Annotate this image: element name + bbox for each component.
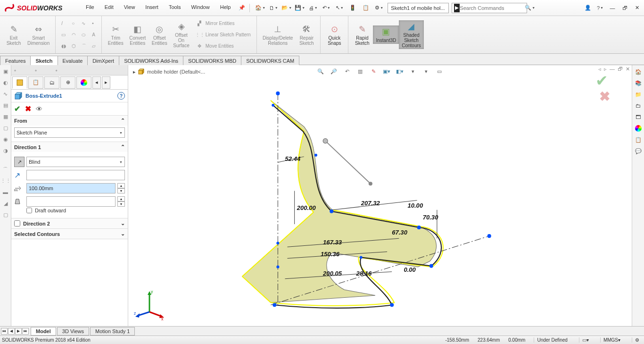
trim-entities-button[interactable]: ✂Trim Entities xyxy=(105,23,126,47)
menu-edit[interactable]: Edit xyxy=(100,2,118,14)
pm-draft-input[interactable] xyxy=(26,196,116,207)
mirror-entities-button[interactable]: ▞Mirror Entities xyxy=(194,18,252,29)
offset-entities-button[interactable]: ◎Offset Entities xyxy=(149,23,170,47)
fillet-tool-icon[interactable]: ⌒ xyxy=(81,41,87,51)
btab-last-icon[interactable]: ⏭ xyxy=(22,328,29,335)
tab-features[interactable]: Features xyxy=(0,56,31,65)
graphics-area[interactable]: 🔍 🔎 ↶ ▥ ✎ ▣▾ ◧▾ ▾ ▾ ▭ ◃ ▹ — 🗗 ✕ ▸ mobile… xyxy=(128,65,632,326)
dim-10-00[interactable]: 10.00 xyxy=(407,202,423,209)
line-tool-icon[interactable]: / xyxy=(60,18,67,29)
pin-menu-icon[interactable]: 📌 xyxy=(236,2,248,14)
btab-next-icon[interactable]: ▶ xyxy=(15,328,22,335)
rail-pattern-icon[interactable]: ⋮⋮ xyxy=(1,176,10,185)
fm-tab-next[interactable]: ▸ xyxy=(102,76,110,89)
dim-0-00[interactable]: 0.00 xyxy=(404,266,416,273)
view-triad[interactable]: y x z xyxy=(133,288,166,321)
draft-outward-checkbox[interactable] xyxy=(26,208,32,213)
pm-end-condition-select[interactable]: Blind ▼ xyxy=(26,157,125,167)
pm-cancel-button[interactable]: ✖ xyxy=(25,104,31,113)
pm-draft-spinner[interactable]: ▲▼ xyxy=(117,196,125,207)
dim-28-16[interactable]: 28.16 xyxy=(356,270,372,277)
close-button[interactable]: ✕ xyxy=(633,4,641,12)
btab-motion-study[interactable]: Motion Study 1 xyxy=(90,327,135,336)
tab-cam[interactable]: SOLIDWORKS CAM xyxy=(241,56,299,65)
tab-sketch[interactable]: Sketch xyxy=(30,56,58,65)
pm-dir1-header[interactable]: Direction 1 ⌃ xyxy=(11,142,128,152)
exit-sketch-button[interactable]: ✎ Exit Sketch xyxy=(3,23,25,47)
fm-pin-icon[interactable]: ◦ xyxy=(14,67,16,73)
dir2-checkbox[interactable] xyxy=(14,220,20,227)
dim-52-44[interactable]: 52.44 xyxy=(278,155,304,162)
status-gear-icon[interactable]: ⚙ xyxy=(632,337,642,343)
rail-cut-extrude-icon[interactable]: ▢ xyxy=(1,124,10,132)
menu-file[interactable]: File xyxy=(81,2,99,14)
search-commands-box[interactable]: 🔍 ▼ xyxy=(452,3,527,13)
tab-addins[interactable]: SOLIDWORKS Add-Ins xyxy=(119,56,183,65)
select-icon[interactable]: ↖▼ xyxy=(334,2,345,14)
arc-tool-icon[interactable]: ◠ xyxy=(71,30,77,40)
linear-pattern-button[interactable]: ⋮⋮Linear Sketch Pattern xyxy=(194,30,252,40)
taskpane-file-explorer-icon[interactable]: 🗀 xyxy=(634,101,643,110)
instant3d-button[interactable]: ▣Instant3D xyxy=(373,25,399,44)
rail-cut-revolve-icon[interactable]: ◑ xyxy=(1,146,10,155)
taskpane-design-library-icon[interactable]: 📁 xyxy=(634,90,643,99)
options-icon[interactable]: ⚙▼ xyxy=(373,2,385,14)
fm-tab-configuration-manager[interactable]: 🗂 xyxy=(44,76,59,89)
btab-prev-icon[interactable]: ◀ xyxy=(8,328,15,335)
save-icon[interactable]: 💾▼ xyxy=(294,2,305,14)
btab-first-icon[interactable]: ⏮ xyxy=(1,328,8,335)
tab-mbd[interactable]: SOLIDWORKS MBD xyxy=(183,56,241,65)
circle-tool-icon[interactable]: ○ xyxy=(71,18,77,29)
fm-split-icon[interactable]: ◦ xyxy=(35,67,37,73)
pm-dir2-header[interactable]: Direction 2 ⌄ xyxy=(11,218,128,228)
repair-sketch-button[interactable]: 🛠Repair Sketch xyxy=(296,23,317,47)
smart-dimension-button[interactable]: ⇔ Smart Dimension xyxy=(25,23,52,47)
menu-view[interactable]: View xyxy=(119,2,140,14)
rapid-sketch-button[interactable]: ✎Rapid Sketch xyxy=(351,23,373,47)
rail-boundary-icon[interactable]: ▦ xyxy=(1,112,10,121)
fm-tab-display-manager[interactable] xyxy=(76,76,91,89)
menu-help[interactable]: Help xyxy=(215,2,236,14)
pm-depth-spinner[interactable]: ▲▼ xyxy=(117,183,125,193)
fm-tab-dimxpert-manager[interactable]: ⊕ xyxy=(60,76,75,89)
undo-icon[interactable]: ↶▼ xyxy=(321,2,332,14)
fm-tab-prev[interactable]: ◂ xyxy=(92,76,101,89)
help-icon[interactable]: ?▼ xyxy=(596,4,604,12)
extrude-direction-handle[interactable] xyxy=(323,139,372,186)
text-tool-icon[interactable]: A xyxy=(91,30,97,40)
taskpane-forum-icon[interactable]: 💬 xyxy=(634,146,643,156)
convert-entities-button[interactable]: ◧Convert Entities xyxy=(126,23,149,47)
document-name[interactable]: Sketch1 of mobile hol... xyxy=(388,3,449,13)
point-tool-icon[interactable]: • xyxy=(91,18,97,29)
user-icon[interactable]: 👤 xyxy=(584,4,592,12)
pm-draft-outward-check[interactable]: Draft outward xyxy=(14,207,125,214)
status-units[interactable]: MMGS ▾ xyxy=(600,337,623,343)
rail-shell-icon[interactable]: ▢ xyxy=(1,210,10,219)
dim-67-30[interactable]: 67.30 xyxy=(392,229,407,236)
taskpane-home-icon[interactable]: 🏠 xyxy=(634,67,643,76)
status-editing-icon[interactable]: ▭▾ xyxy=(579,337,592,343)
rail-draft-icon[interactable]: ◢ xyxy=(1,199,10,208)
minimize-button[interactable]: — xyxy=(608,4,617,12)
offset-on-surface-button[interactable]: ◈Offset On Surface xyxy=(170,20,192,49)
polygon-tool-icon[interactable]: ⬡ xyxy=(71,41,77,51)
dim-207-32[interactable]: 207.32 xyxy=(332,200,417,210)
tab-dimxpert[interactable]: DimXpert xyxy=(87,56,119,65)
search-icon[interactable]: 🔍 xyxy=(525,5,531,11)
new-icon[interactable]: 🗋▼ xyxy=(268,2,279,14)
spline-tool-icon[interactable]: ∿ xyxy=(81,18,87,29)
search-input[interactable] xyxy=(460,5,525,11)
pm-selcontours-header[interactable]: Selected Contours ⌄ xyxy=(11,229,128,239)
taskpane-appearances-icon[interactable] xyxy=(634,124,643,133)
fm-tab-feature-manager[interactable] xyxy=(12,76,27,89)
pm-ok-button[interactable]: ✔ xyxy=(14,104,20,113)
btab-model[interactable]: Model xyxy=(31,327,56,336)
btab-3dviews[interactable]: 3D Views xyxy=(57,327,89,336)
chevron-down-icon[interactable]: ▼ xyxy=(532,6,535,9)
rail-loft-icon[interactable]: ▤ xyxy=(1,101,10,109)
taskpane-view-palette-icon[interactable]: 🗔 xyxy=(634,112,643,122)
rail-hole-icon[interactable]: ◉ xyxy=(1,135,10,143)
move-entities-button[interactable]: ✥Move Entities xyxy=(194,41,252,51)
fm-tab-property-manager[interactable]: 📋 xyxy=(28,76,43,89)
ellipse-tool-icon[interactable]: ⬭ xyxy=(81,30,87,40)
